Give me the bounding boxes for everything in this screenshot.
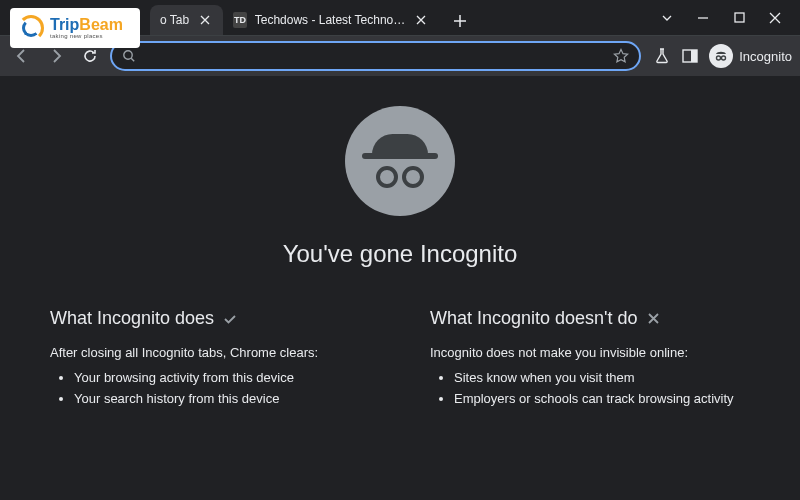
cross-icon [646,311,661,326]
column-subtitle: After closing all Incognito tabs, Chrome… [50,345,370,360]
flask-icon[interactable] [653,47,671,65]
tab-techdows[interactable]: TD Techdows - Latest Technology Ne [223,5,438,35]
page-content: You've gone Incognito What Incognito doe… [0,76,800,412]
logo-tagline: taking new places [50,33,123,39]
incognito-label: Incognito [739,49,792,64]
page-heading: You've gone Incognito [40,240,760,268]
maximize-button[interactable] [722,4,756,32]
favicon-icon: TD [233,12,247,28]
tab-label: o Tab [160,13,189,27]
minimize-button[interactable] [686,4,720,32]
list-item: Your search history from this device [74,391,370,406]
check-icon [222,311,238,327]
svg-point-1 [124,51,132,59]
close-icon[interactable] [415,12,429,28]
list-item: Your browsing activity from this device [74,370,370,385]
close-icon[interactable] [197,12,213,28]
close-button[interactable] [758,4,792,32]
svg-point-4 [717,56,721,60]
tab-incognito[interactable]: o Tab [150,5,223,35]
list-item: Sites know when you visit them [454,370,750,385]
chevron-down-icon[interactable] [650,4,684,32]
column-title: What Incognito does [50,308,214,329]
bookmark-star-icon[interactable] [613,48,629,64]
svg-point-5 [722,56,726,60]
logo-mark-icon [18,15,44,41]
what-doesnt-column: What Incognito doesn't do Incognito does… [430,308,750,412]
column-subtitle: Incognito does not make you invisible on… [430,345,750,360]
side-panel-icon[interactable] [681,47,699,65]
incognito-indicator[interactable]: Incognito [709,44,792,68]
omnibox[interactable] [110,41,641,71]
new-tab-button[interactable] [446,7,474,35]
what-does-column: What Incognito does After closing all In… [50,308,370,412]
incognito-hero-icon [345,106,455,216]
url-input[interactable] [144,49,605,64]
incognito-icon [709,44,733,68]
column-title: What Incognito doesn't do [430,308,638,329]
svg-rect-3 [691,50,697,62]
tab-label: Techdows - Latest Technology Ne [255,13,407,27]
list-item: Employers or schools can track browsing … [454,391,750,406]
tripbeam-logo: TripBeam taking new places [10,8,140,48]
svg-rect-0 [735,13,744,22]
search-icon [122,49,136,63]
logo-brand-text: TripBeam [50,17,123,33]
